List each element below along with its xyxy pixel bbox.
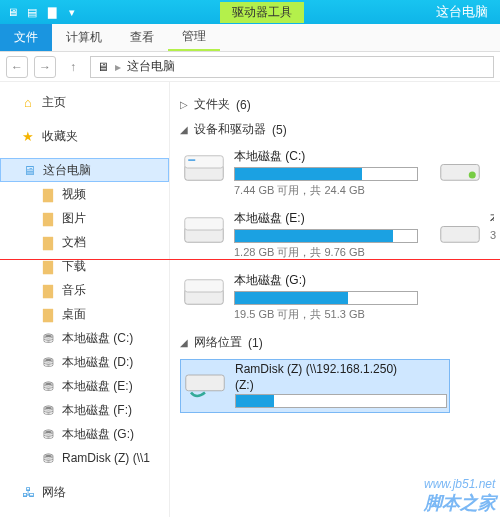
drive-icon [182, 210, 226, 250]
drive-g[interactable]: 本地磁盘 (G:) 19.5 GB 可用，共 51.3 GB [180, 270, 420, 324]
nav-back-button[interactable]: ← [6, 56, 28, 78]
tree-this-pc[interactable]: 🖥这台电脑 [0, 158, 169, 182]
drive-name: 本地磁盘 (E:) [234, 210, 418, 227]
drive-name: RamDisk (Z) (\\192.168.1.250) [235, 362, 447, 376]
usage-fill [235, 168, 362, 180]
chevron-right-icon: ▸ [115, 60, 121, 74]
svg-rect-9 [185, 280, 224, 292]
section-drives[interactable]: ◢ 设备和驱动器 (5) [180, 121, 500, 138]
section-network[interactable]: ◢ 网络位置 (1) [180, 334, 500, 351]
tab-file[interactable]: 文件 [0, 24, 52, 51]
titlebar: 🖥 ▤ ▇ ▾ 驱动器工具 这台电脑 [0, 0, 500, 24]
qat-dropdown-icon[interactable]: ▾ [64, 4, 80, 20]
context-tab-drives[interactable]: 驱动器工具 [220, 2, 304, 23]
address-bar: ← → ↑ 🖥 ▸ 这台电脑 [0, 52, 500, 82]
drive-icon [182, 272, 226, 312]
svg-rect-2 [188, 159, 195, 161]
tree-network[interactable]: 🖧网络 [0, 480, 169, 504]
qat-folder-icon[interactable]: ▇ [44, 4, 60, 20]
content-pane: ▷ 文件夹 (6) ◢ 设备和驱动器 (5) 本地磁盘 (C:) 7.44 GB… [170, 82, 500, 517]
network-drive-ramdisk[interactable]: RamDisk (Z) (\\192.168.1.250) (Z:) [180, 359, 450, 413]
folder-icon: ▇ [40, 306, 56, 322]
tree-videos[interactable]: ▇视频 [0, 182, 169, 206]
tree-drive-d[interactable]: ⛃本地磁盘 (D:) [0, 350, 169, 374]
svg-rect-7 [441, 227, 480, 243]
drive-name: 本地磁盘 (G:) [234, 272, 418, 289]
drives-list: 本地磁盘 (C:) 7.44 GB 可用，共 24.4 GB 本地磁盘 (E:)… [180, 146, 500, 324]
nav-tree: ⌂主页 ★收藏夹 🖥这台电脑 ▇视频 ▇图片 ▇文档 ▇下载 ▇音乐 ▇桌面 ⛃… [0, 82, 170, 517]
breadcrumb[interactable]: 🖥 ▸ 这台电脑 [90, 56, 494, 78]
tree-ramdisk[interactable]: ⛃RamDisk (Z) (\\1 [0, 446, 169, 470]
ribbon: 文件 计算机 查看 管理 [0, 24, 500, 52]
tab-view[interactable]: 查看 [116, 24, 168, 51]
breadcrumb-location[interactable]: 这台电脑 [127, 58, 175, 75]
svg-rect-10 [186, 375, 225, 391]
app-icon: 🖥 [4, 4, 20, 20]
folder-icon: ▇ [40, 258, 56, 274]
drive-cut-1[interactable] [436, 146, 496, 200]
drive-e[interactable]: 本地磁盘 (E:) 1.28 GB 可用，共 9.76 GB [180, 208, 420, 262]
tree-favorites[interactable]: ★收藏夹 [0, 124, 169, 148]
drive-icon: ⛃ [40, 402, 56, 418]
tree-downloads[interactable]: ▇下载 [0, 254, 169, 278]
usage-bar [234, 291, 418, 305]
network-icon: 🖧 [20, 484, 36, 500]
qat: 🖥 ▤ ▇ ▾ [4, 4, 80, 20]
chevron-down-icon: ◢ [180, 337, 188, 348]
section-folders[interactable]: ▷ 文件夹 (6) [180, 96, 500, 113]
nav-up-button[interactable]: ↑ [62, 56, 84, 78]
usage-fill [236, 395, 274, 407]
drive-stat: 7.44 GB 可用，共 24.4 GB [234, 183, 418, 198]
drive-icon [182, 148, 226, 188]
tree-drive-f[interactable]: ⛃本地磁盘 (F:) [0, 398, 169, 422]
drive-icon [438, 148, 482, 188]
tree-drive-e[interactable]: ⛃本地磁盘 (E:) [0, 374, 169, 398]
drive-icon [438, 210, 482, 250]
drive-icon: ⛃ [40, 330, 56, 346]
drive-icon: ⛃ [40, 426, 56, 442]
usage-bar [234, 167, 418, 181]
qat-props-icon[interactable]: ▤ [24, 4, 40, 20]
folder-icon: ▇ [40, 186, 56, 202]
network-drive-icon [183, 362, 227, 402]
usage-fill [235, 230, 393, 242]
tab-computer[interactable]: 计算机 [52, 24, 116, 51]
drive-letter: (Z:) [235, 378, 447, 392]
tree-music[interactable]: ▇音乐 [0, 278, 169, 302]
drive-icon: ⛃ [40, 378, 56, 394]
drive-icon: ⛃ [40, 450, 56, 466]
pc-icon: 🖥 [97, 60, 109, 74]
tab-manage[interactable]: 管理 [168, 24, 220, 51]
tree-documents[interactable]: ▇文档 [0, 230, 169, 254]
svg-rect-6 [185, 218, 224, 230]
drive-stat: 19.5 GB 可用，共 51.3 GB [234, 307, 418, 322]
tree-home[interactable]: ⌂主页 [0, 90, 169, 114]
svg-point-4 [469, 172, 476, 179]
tree-pictures[interactable]: ▇图片 [0, 206, 169, 230]
usage-fill [235, 292, 348, 304]
tree-desktop[interactable]: ▇桌面 [0, 302, 169, 326]
home-icon: ⌂ [20, 94, 36, 110]
drive-icon: ⛃ [40, 354, 56, 370]
star-icon: ★ [20, 128, 36, 144]
nav-fwd-button[interactable]: → [34, 56, 56, 78]
annotation-redline [0, 259, 500, 260]
folder-icon: ▇ [40, 282, 56, 298]
chevron-right-icon: ▷ [180, 99, 188, 110]
chevron-down-icon: ◢ [180, 124, 188, 135]
folder-icon: ▇ [40, 210, 56, 226]
watermark: www.jb51.net 脚本之家 [424, 475, 496, 515]
tree-drive-g[interactable]: ⛃本地磁盘 (G:) [0, 422, 169, 446]
tree-drive-c[interactable]: ⛃本地磁盘 (C:) [0, 326, 169, 350]
window-title: 这台电脑 [436, 3, 488, 21]
drive-stat: 1.28 GB 可用，共 9.76 GB [234, 245, 418, 260]
usage-bar [234, 229, 418, 243]
svg-rect-1 [185, 156, 224, 168]
drive-c[interactable]: 本地磁盘 (C:) 7.44 GB 可用，共 24.4 GB [180, 146, 420, 200]
folder-icon: ▇ [40, 234, 56, 250]
pc-icon: 🖥 [21, 162, 37, 178]
drive-cut-2[interactable]: 本30 [436, 208, 496, 262]
usage-bar [235, 394, 447, 408]
drive-name: 本地磁盘 (C:) [234, 148, 418, 165]
